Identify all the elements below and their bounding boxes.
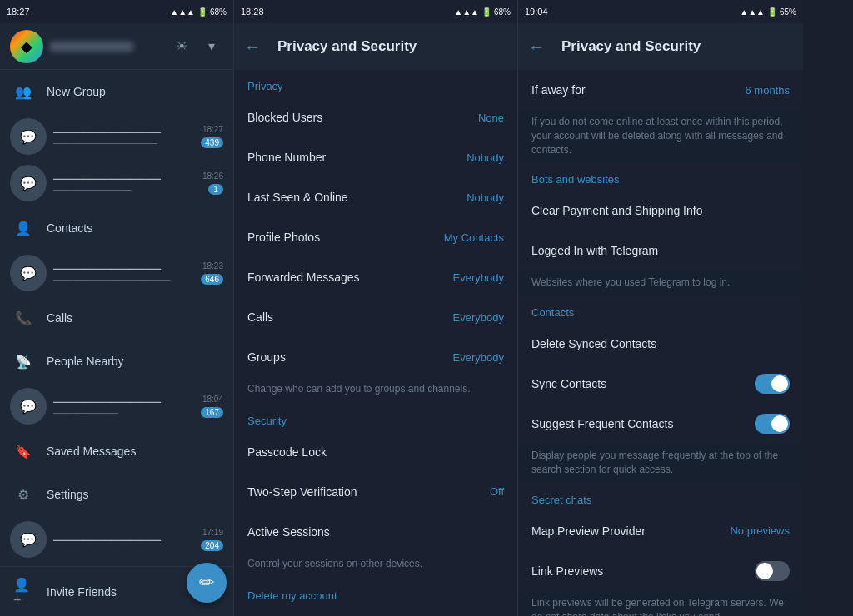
logged-in-label: Logged In with Telegram: [531, 244, 790, 257]
chat-item-1[interactable]: 💬 ────────────── ──────────────── 18:27 …: [0, 113, 233, 160]
panel-title-row-right: ← Privacy and Security: [518, 23, 803, 70]
setting-if-away-mid[interactable]: If away for 6 months: [234, 607, 517, 616]
chat-preview-3: ──────────────────: [53, 275, 194, 285]
chat-time-1: 18:27: [202, 125, 223, 134]
new-group-icon: 👥: [13, 82, 33, 102]
chat-content-5: ──────────────: [47, 534, 201, 546]
panel-header-right: 19:04 ▲▲▲ 🔋 65% ← Privacy and Security: [518, 0, 803, 70]
setting-sync-contacts[interactable]: Sync Contacts: [518, 364, 803, 404]
back-button-right[interactable]: ←: [528, 37, 551, 57]
setting-link-previews[interactable]: Link Previews: [518, 551, 803, 591]
new-group-label: New Group: [47, 85, 106, 98]
sidebar-item-new-group[interactable]: 👥 New Group: [0, 70, 233, 113]
panel-title-right: Privacy and Security: [561, 38, 701, 55]
invite-icon: 👤+: [13, 582, 33, 602]
setting-suggest-frequent[interactable]: Suggest Frequent Contacts: [518, 404, 803, 444]
chat-preview-2: ────────────: [53, 185, 196, 195]
battery-pct-3: 65%: [780, 7, 796, 17]
time-1: 18:27: [7, 7, 30, 17]
setting-two-step[interactable]: Two-Step Verification Off: [234, 472, 517, 512]
link-previews-toggle[interactable]: [755, 561, 790, 581]
chat-time-4: 18:04: [202, 395, 223, 404]
calls-label: Calls: [247, 310, 453, 324]
setting-last-seen[interactable]: Last Seen & Online Nobody: [234, 177, 517, 217]
chat-avatar-3: 💬: [10, 255, 47, 291]
sync-contacts-label: Sync Contacts: [531, 377, 755, 390]
calls-label: Calls: [47, 311, 72, 325]
signal-icon: ▲▲▲: [170, 7, 195, 17]
calls-value: Everybody: [453, 311, 504, 324]
sidebar-item-saved-messages[interactable]: 🔖 Saved Messages: [0, 430, 233, 473]
chat-name-3: ──────────────: [53, 262, 194, 275]
setting-forwarded-messages[interactable]: Forwarded Messages Everybody: [234, 257, 517, 297]
setting-passcode-lock[interactable]: Passcode Lock: [234, 432, 517, 472]
last-seen-label: Last Seen & Online: [247, 191, 466, 204]
chat-content-2: ────────────── ────────────: [47, 172, 202, 195]
sidebar-item-people-nearby[interactable]: 📡 People Nearby: [0, 340, 233, 383]
chat-meta-1: 18:27 439: [201, 125, 223, 148]
setting-clear-payment[interactable]: Clear Payment and Shipping Info: [518, 191, 803, 231]
chat-item-2[interactable]: 💬 ────────────── ──────────── 18:26 1: [0, 160, 233, 206]
privacy-panel-right: 19:04 ▲▲▲ 🔋 65% ← Privacy and Security I…: [518, 0, 803, 616]
setting-logged-in[interactable]: Logged In with Telegram: [518, 231, 803, 271]
sidebar-item-calls[interactable]: 📞 Calls: [0, 296, 233, 340]
sidebar-item-contacts[interactable]: 👤 Contacts: [0, 206, 233, 250]
setting-if-away-right[interactable]: If away for 6 months: [518, 70, 803, 110]
forwarded-messages-label: Forwarded Messages: [247, 271, 453, 284]
chat-item-3[interactable]: 💬 ────────────── ────────────────── 18:2…: [0, 250, 233, 296]
if-away-value-right: 6 months: [746, 84, 790, 97]
people-nearby-icon: 📡: [13, 351, 33, 371]
setting-calls[interactable]: Calls Everybody: [234, 297, 517, 337]
chat-avatar-4: 💬: [10, 388, 47, 425]
suggest-frequent-label: Suggest Frequent Contacts: [531, 417, 755, 430]
setting-active-sessions[interactable]: Active Sessions: [234, 512, 517, 552]
status-icons-3: ▲▲▲ 🔋 65%: [740, 7, 796, 17]
brightness-icon[interactable]: ☀: [170, 35, 193, 58]
link-previews-label: Link Previews: [531, 564, 755, 578]
link-previews-note: Link previews will be generated on Teleg…: [518, 591, 803, 616]
chat-list: 👥 New Group 💬 ────────────── ───────────…: [0, 70, 233, 616]
back-button-mid[interactable]: ←: [244, 37, 267, 57]
section-security: Security: [234, 405, 517, 432]
expand-icon[interactable]: ▾: [200, 35, 223, 58]
status-bar-3: 19:04 ▲▲▲ 🔋 65%: [518, 0, 803, 23]
setting-groups[interactable]: Groups Everybody: [234, 337, 517, 377]
sidebar-item-settings[interactable]: ⚙ Settings: [0, 473, 233, 516]
map-preview-label: Map Preview Provider: [531, 524, 730, 538]
chat-preview-4: ──────────: [53, 408, 194, 418]
phone-number-value: Nobody: [466, 152, 504, 164]
saved-messages-icon: 🔖: [13, 441, 33, 461]
profile-photos-label: Profile Photos: [247, 231, 444, 244]
status-icons-1: ▲▲▲ 🔋 68%: [170, 7, 227, 17]
clear-payment-label: Clear Payment and Shipping Info: [531, 204, 790, 217]
chat-name-2: ──────────────: [53, 172, 196, 185]
settings-content-mid: Privacy Blocked Users None Phone Number …: [234, 70, 517, 616]
suggest-frequent-toggle[interactable]: [755, 414, 790, 434]
signal-icon-2: ▲▲▲: [454, 7, 479, 17]
chat-item-5[interactable]: 💬 ────────────── 17:19 204: [0, 516, 233, 563]
compose-fab[interactable]: ✏: [187, 563, 227, 603]
signal-icon-3: ▲▲▲: [740, 7, 765, 17]
groups-note: Change who can add you to groups and cha…: [234, 377, 517, 405]
forwarded-messages-value: Everybody: [453, 271, 504, 284]
people-nearby-label: People Nearby: [47, 355, 124, 368]
setting-delete-synced[interactable]: Delete Synced Contacts: [518, 324, 803, 364]
status-bar-2: 18:28 ▲▲▲ 🔋 68%: [234, 0, 517, 23]
setting-map-preview[interactable]: Map Preview Provider No previews: [518, 511, 803, 551]
chat-item-4[interactable]: 💬 ────────────── ────────── 18:04 167: [0, 383, 233, 430]
groups-label: Groups: [247, 350, 453, 364]
sessions-note: Control your sessions on other devices.: [234, 552, 517, 579]
chat-content-3: ────────────── ──────────────────: [47, 262, 201, 285]
chat-content-1: ────────────── ────────────────: [47, 126, 201, 148]
panel-title-mid: Privacy and Security: [277, 38, 417, 55]
sync-contacts-toggle[interactable]: [755, 374, 790, 394]
setting-blocked-users[interactable]: Blocked Users None: [234, 97, 517, 137]
contacts-label: Contacts: [47, 221, 92, 235]
delete-synced-label: Delete Synced Contacts: [531, 337, 790, 350]
chat-meta-3: 18:23 646: [201, 261, 223, 285]
setting-profile-photos[interactable]: Profile Photos My Contacts: [234, 217, 517, 257]
badge-3: 646: [201, 274, 223, 285]
chat-name-1: ──────────────: [53, 126, 194, 138]
setting-phone-number[interactable]: Phone Number Nobody: [234, 137, 517, 177]
last-seen-value: Nobody: [466, 191, 504, 204]
